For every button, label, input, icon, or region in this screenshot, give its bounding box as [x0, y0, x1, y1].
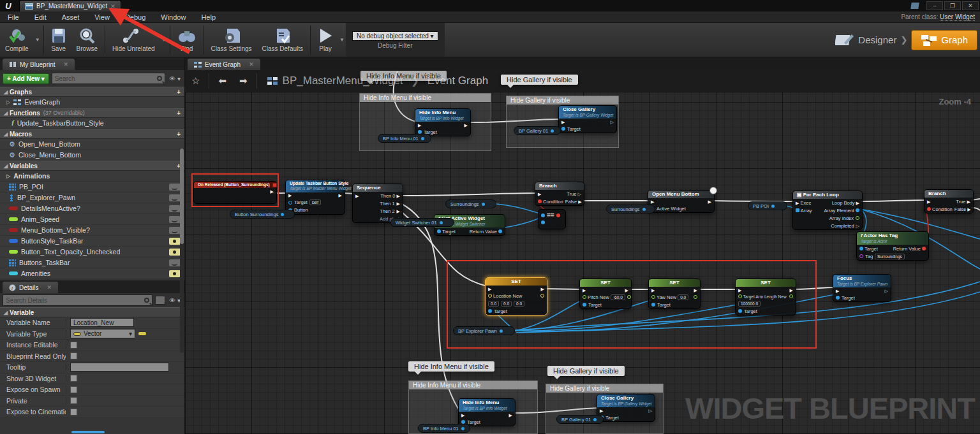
node-branch-2[interactable]: Branch ▶True ▶ ConditionFalse ▶: [924, 189, 974, 213]
nav-back-icon[interactable]: ⬅: [212, 75, 233, 87]
output-pin[interactable]: [642, 208, 646, 211]
variable-row[interactable]: Anim_Speed: [0, 214, 184, 225]
eye-closed-icon[interactable]: [169, 216, 181, 223]
eye-closed-icon[interactable]: [169, 205, 181, 212]
array-index-pin[interactable]: [856, 216, 859, 220]
node-close-gallery-2[interactable]: Close GalleryTarget is BP Gallery Widget…: [597, 394, 655, 422]
output-pin[interactable]: [421, 137, 424, 140]
compile-button[interactable]: Compile: [0, 23, 34, 57]
eye-open-icon[interactable]: [169, 238, 181, 245]
eye-closed-icon[interactable]: [169, 184, 181, 191]
hide-unrelated-dropdown-icon[interactable]: ▼: [160, 37, 168, 43]
exec-in-pin[interactable]: ▶: [538, 192, 541, 196]
favorite-star-icon[interactable]: ☆: [185, 75, 206, 87]
tab-event-graph[interactable]: Event Graph ✕: [188, 59, 260, 70]
add-graph-icon[interactable]: +: [177, 89, 181, 96]
menu-help[interactable]: Help: [193, 13, 223, 21]
pill-bp-gallery[interactable]: BP Gallery 01: [514, 126, 561, 135]
exec-out-pin[interactable]: ▷: [885, 289, 888, 293]
true-pin[interactable]: ▶: [967, 199, 970, 204]
menu-window[interactable]: Window: [153, 13, 193, 21]
array-element-pin[interactable]: [856, 208, 859, 212]
variable-row[interactable]: ButtonStyle_TaskBar: [0, 236, 184, 247]
tab-details[interactable]: i Details ✕: [3, 282, 58, 293]
variable-row[interactable]: Menu_Bottom_Visible?: [0, 225, 184, 236]
parent-class-link[interactable]: User Widget: [940, 13, 975, 21]
node-open-menu-bottom[interactable]: Open Menu Bottom ▶▶ Active Widget: [648, 190, 715, 213]
pill-bp-info-menu[interactable]: BP Info Menu 01: [378, 134, 431, 143]
find-button[interactable]: Find: [172, 23, 202, 57]
blueprint-read-only-checkbox[interactable]: [70, 352, 77, 359]
variable-section-header[interactable]: ◢ Variable: [0, 307, 184, 317]
variables-section-header[interactable]: ◢ Variables+: [0, 161, 184, 171]
instance-editable-checkbox[interactable]: [70, 342, 77, 349]
variable-row[interactable]: DetailsMenuActive?: [0, 203, 184, 214]
target-pin[interactable]: [859, 247, 863, 250]
designer-mode-button[interactable]: Designer: [835, 33, 896, 48]
false-pin[interactable]: ▶: [578, 199, 581, 204]
tree-item-macro[interactable]: ⚙ Close_Menu_Bottom: [0, 150, 184, 161]
condition-pin[interactable]: [538, 199, 542, 203]
nav-forward-icon[interactable]: ➡: [233, 75, 254, 87]
details-search-input[interactable]: [6, 297, 144, 304]
debug-filter-dropdown[interactable]: No debug object selected ▾: [352, 31, 438, 41]
node-branch-1[interactable]: Branch ▶True ▷ ConditionFalse ▶: [535, 182, 584, 206]
exec-in-pin[interactable]: ▶: [288, 193, 292, 198]
eye-closed-icon[interactable]: [169, 194, 181, 201]
variable-row[interactable]: Amenities: [0, 268, 184, 279]
expose-on-spawn-checkbox[interactable]: [70, 386, 77, 393]
tree-item-function[interactable]: f Update_TaskbarButton_Style: [0, 118, 184, 129]
property-matrix-icon[interactable]: [155, 296, 165, 305]
tab-my-blueprint[interactable]: My Blueprint ✕: [3, 59, 75, 70]
input-b-pin[interactable]: [541, 221, 545, 224]
eye-closed-icon[interactable]: [169, 259, 181, 266]
tree-item-macro[interactable]: ⚙ Open_Menu_Bottom: [0, 139, 184, 150]
eye-open-icon[interactable]: [169, 270, 181, 277]
return-value-pin[interactable]: [922, 247, 926, 250]
then2-pin[interactable]: ▶: [397, 209, 400, 213]
output-pin[interactable]: [593, 418, 597, 421]
pill-bp-gallery-2[interactable]: BP Gallery 01: [556, 415, 604, 424]
target-pin[interactable]: [561, 127, 565, 131]
play-button[interactable]: Play: [313, 23, 338, 57]
array-pin[interactable]: [796, 208, 799, 212]
compile-dropdown-icon[interactable]: ▼: [34, 37, 41, 43]
variable-row[interactable]: Button_Text_Opacity_Unchecked: [0, 247, 184, 257]
variable-row[interactable]: PB_POI: [0, 182, 184, 192]
node-close-gallery[interactable]: Close GalleryTarget is BP Gallery Widget…: [558, 105, 617, 133]
pill-widget-switcher[interactable]: Widget Switcher 01: [390, 218, 454, 227]
pill-button-surroundings[interactable]: Button Surroundings: [230, 210, 295, 219]
variable-name-input[interactable]: [70, 318, 134, 327]
completed-pin[interactable]: ▷: [856, 224, 859, 228]
details-horizontal-scrollbar[interactable]: [71, 431, 105, 433]
result-pin[interactable]: [556, 213, 560, 217]
exec-out-pin[interactable]: ▷: [649, 409, 652, 413]
save-button[interactable]: Save: [46, 23, 71, 57]
target-pin[interactable]: [437, 229, 441, 233]
add-macro-icon[interactable]: +: [177, 131, 181, 138]
true-pin[interactable]: ▷: [578, 192, 581, 196]
input-a-pin[interactable]: [541, 213, 545, 217]
exec-out-pin[interactable]: ▷: [611, 120, 614, 124]
tag-pin[interactable]: [859, 254, 863, 258]
node-hide-info-menu-2[interactable]: Hide Info MenuTarget is BP Info Widget ▶…: [458, 398, 516, 426]
sidebar-scrollbar[interactable]: [180, 148, 184, 352]
container-type-icon[interactable]: [138, 331, 147, 336]
exec-in-pin[interactable]: ▶: [927, 199, 930, 204]
then0-pin[interactable]: ▶: [397, 194, 400, 198]
asset-tab[interactable]: BP_MasterMenu_Widget ✕: [19, 0, 121, 11]
visibility-filter-icon[interactable]: 👁 ▾: [168, 75, 182, 82]
exec-out-pin[interactable]: ▶: [509, 413, 512, 417]
node-update-taskbar-button-style[interactable]: Update Taskbar Button StyleTarget is BP …: [285, 180, 345, 215]
output-pin[interactable]: [281, 213, 284, 216]
false-pin[interactable]: ▶: [967, 207, 970, 212]
tab-close-icon[interactable]: ✕: [110, 3, 115, 10]
node-equals[interactable]: ==: [538, 209, 566, 229]
node-sequence[interactable]: Sequence ▶Then 0 ▶ Then 1 ▶ Then 2 ▶ Add…: [352, 184, 403, 223]
eye-open-icon[interactable]: [169, 249, 181, 256]
pill-surroundings-2[interactable]: Surroundings: [606, 205, 655, 213]
class-settings-button[interactable]: Class Settings: [206, 23, 257, 57]
condition-pin[interactable]: [927, 207, 931, 211]
exec-out-pin[interactable]: ▶: [708, 199, 711, 204]
graphs-section-header[interactable]: ◢ Graphs+: [0, 87, 184, 97]
